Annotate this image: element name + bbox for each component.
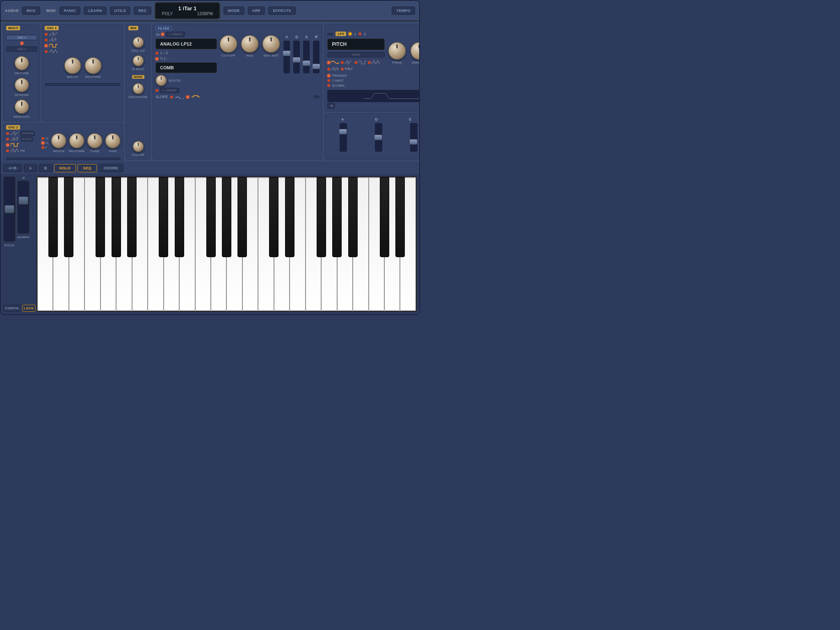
- osc2-saw-icon[interactable]: [11, 131, 19, 136]
- cutoff-knob[interactable]: [219, 35, 237, 53]
- slope-wave1-icon[interactable]: [176, 95, 184, 99]
- black-key-18[interactable]: [332, 177, 342, 258]
- morph-wheel[interactable]: [17, 180, 30, 234]
- spread-knob[interactable]: [14, 78, 29, 92]
- env1-r-label: R: [315, 35, 318, 39]
- lock-btn[interactable]: LOCK: [22, 305, 36, 312]
- osc1-extra-btn[interactable]: [45, 83, 121, 86]
- osc2-extra-btn[interactable]: [6, 158, 121, 160]
- lfo-target-display[interactable]: PITCH: [327, 39, 385, 50]
- lfo-freq-knob[interactable]: [388, 42, 406, 60]
- black-key-14[interactable]: [269, 177, 278, 258]
- lfo-sine-icon[interactable]: [331, 60, 339, 65]
- black-key-11[interactable]: [222, 177, 231, 258]
- amp-a-slider[interactable]: [340, 123, 347, 152]
- osc12-knob[interactable]: [132, 37, 144, 48]
- env-amt-knob[interactable]: [262, 35, 280, 53]
- lfo-sync-btn[interactable]: SYNC: [327, 52, 385, 57]
- black-key-8[interactable]: [175, 177, 184, 258]
- black-key-17[interactable]: [317, 177, 326, 258]
- black-key-21[interactable]: [380, 177, 389, 258]
- utils-button[interactable]: UTILS: [110, 7, 131, 15]
- lfo-prev-btn[interactable]: ◀: [327, 103, 335, 109]
- lfo-toggle-btn[interactable]: [327, 33, 333, 35]
- bkg-button[interactable]: BKG: [22, 7, 40, 15]
- env1-s-slider[interactable]: [303, 41, 310, 73]
- filter-type1-display[interactable]: ANALOG LP12: [155, 39, 217, 49]
- slope-wave2-icon[interactable]: [192, 95, 200, 99]
- osc2-width-knob[interactable]: [51, 133, 66, 148]
- route-knob[interactable]: [155, 75, 167, 86]
- filter-type2-display[interactable]: COMB: [155, 62, 217, 73]
- osc1-saw-icon[interactable]: [49, 32, 57, 37]
- osc2-select[interactable]: OSC 2: [6, 46, 37, 52]
- learn-button[interactable]: LEARN: [84, 7, 107, 15]
- chord-btn[interactable]: CHORD: [98, 164, 124, 172]
- env1-a-slider[interactable]: [283, 41, 290, 73]
- hold-btn[interactable]: HOLD: [54, 164, 76, 172]
- black-key-0[interactable]: [48, 177, 58, 258]
- osc1-select[interactable]: OSC 1: [6, 35, 37, 40]
- lfo-sh-icon[interactable]: [331, 66, 339, 71]
- arp-button[interactable]: ARP: [248, 7, 265, 15]
- tempo-button[interactable]: TEMPO: [392, 7, 415, 15]
- panic-button[interactable]: PANIC: [59, 7, 81, 15]
- preset-display[interactable]: 1 iTar 1 POLY 120BPM: [155, 2, 220, 19]
- black-key-5[interactable]: [127, 177, 137, 258]
- black-key-3[interactable]: [96, 177, 105, 258]
- osc2-tune-knob[interactable]: [87, 133, 103, 148]
- b-btn[interactable]: B: [39, 164, 52, 172]
- res-knob[interactable]: [241, 35, 259, 53]
- amp-d-slider[interactable]: [375, 123, 382, 152]
- color-knob[interactable]: [132, 141, 144, 152]
- pitch-wheel[interactable]: [3, 176, 16, 242]
- osc1-pulse-icon[interactable]: [49, 43, 57, 48]
- black-key-1[interactable]: [64, 177, 73, 258]
- rec-button[interactable]: REC: [134, 7, 151, 15]
- osc2-mix-pwm-knob[interactable]: [69, 133, 84, 148]
- osc-noise-knob[interactable]: [132, 83, 144, 94]
- filter-track-btn[interactable]: — TRACK: [166, 32, 185, 37]
- black-key-4[interactable]: [112, 177, 121, 258]
- osc2-tri-icon[interactable]: [11, 148, 19, 153]
- osc2-saw2-icon[interactable]: [11, 137, 19, 142]
- black-key-10[interactable]: [206, 177, 216, 258]
- filter-track2-btn[interactable]: — TRACK: [160, 88, 179, 93]
- lfo-tri-icon[interactable]: [372, 60, 380, 65]
- config-btn[interactable]: CONFIG: [3, 305, 21, 312]
- amp-s-slider[interactable]: [410, 123, 418, 152]
- black-key-22[interactable]: [395, 177, 405, 258]
- osc1-tri-icon[interactable]: [49, 49, 57, 54]
- lfo-ramp-icon[interactable]: [345, 60, 353, 65]
- env1-r-slider[interactable]: [313, 41, 320, 73]
- mix-panel: MIX OSC 1/2 R-MOD NOISE OSC/NOISE COLOR: [126, 24, 151, 160]
- lfo-amount-knob[interactable]: [410, 42, 420, 60]
- black-key-12[interactable]: [237, 177, 247, 258]
- osc2-sync-pm-btn[interactable]: SYNC/PM: [21, 131, 35, 136]
- mode-button[interactable]: MODE: [224, 7, 244, 15]
- detune-knob[interactable]: [14, 56, 29, 71]
- osc2-flt2-btn[interactable]: O>FLT2: [21, 137, 33, 142]
- seq-btn[interactable]: SEQ: [78, 164, 97, 172]
- lfo-wave6-led: [341, 68, 344, 71]
- osc1-mix-pwm-knob[interactable]: [84, 57, 102, 74]
- osc1-saw2-icon[interactable]: [49, 37, 57, 42]
- osc2-pulse-icon[interactable]: [11, 142, 19, 147]
- black-key-19[interactable]: [348, 177, 358, 258]
- lfo-square-icon[interactable]: [358, 60, 366, 65]
- r-mod-knob[interactable]: [132, 55, 144, 66]
- osc1-width-knob[interactable]: [64, 57, 81, 74]
- side-osc-knob[interactable]: [14, 99, 29, 114]
- env1-d-slider[interactable]: [293, 41, 300, 73]
- effects-button[interactable]: EFFECTS: [268, 7, 296, 15]
- black-key-15[interactable]: [285, 177, 294, 258]
- slope-extra-btn[interactable]: [314, 96, 320, 98]
- osc2-fine-knob[interactable]: [105, 133, 121, 148]
- a-plus-b-btn[interactable]: A+B: [3, 164, 22, 172]
- black-key-7[interactable]: [159, 177, 168, 258]
- a-btn[interactable]: A: [24, 164, 37, 172]
- play-mode: POLY: [162, 11, 173, 16]
- piano-keyboard[interactable]: [37, 176, 417, 312]
- lfo-noise-icon[interactable]: [345, 66, 353, 71]
- osc1-wave4-led: [45, 50, 48, 53]
